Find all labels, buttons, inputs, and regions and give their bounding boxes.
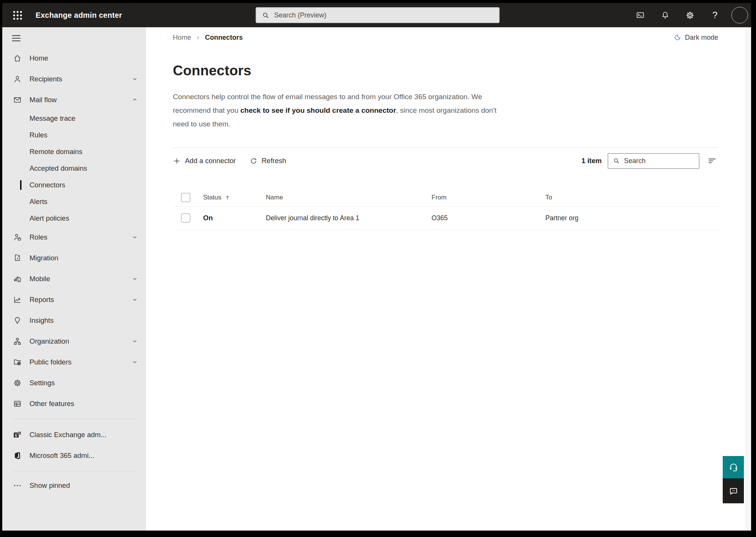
chevron-down-icon: [132, 234, 138, 240]
search-icon: [613, 157, 620, 165]
column-header-from[interactable]: From: [432, 194, 545, 201]
sidebar-item-insights[interactable]: Insights: [2, 310, 146, 331]
nav-collapse-button[interactable]: [12, 33, 23, 43]
connectors-table: Status Name From To On Deliver journal d…: [173, 189, 718, 230]
column-header-to[interactable]: To: [545, 194, 718, 201]
create-connector-check-link[interactable]: check to see if you should create a conn…: [240, 106, 396, 114]
chevron-down-icon: [132, 76, 138, 82]
public-folders-globe-icon: [13, 358, 22, 367]
search-icon: [262, 11, 270, 19]
mobile-chart-phone-icon: [13, 274, 22, 283]
sidebar-item-other-features[interactable]: Other features: [2, 393, 146, 414]
refresh-icon: [250, 157, 258, 165]
topbar: Exchange admin center ?: [2, 3, 751, 27]
sidebar-item-settings[interactable]: Settings: [2, 372, 146, 393]
home-icon: [13, 54, 22, 63]
sidebar-item-organization[interactable]: Organization: [2, 331, 146, 352]
global-search-input[interactable]: [274, 11, 494, 19]
sidebar-item-alert-policies[interactable]: Alert policies: [2, 210, 146, 227]
sidebar-nav: Home Recipients Mail flow Message trace …: [2, 27, 146, 531]
chevron-up-icon: [132, 97, 138, 103]
help-button[interactable]: ?: [706, 7, 723, 24]
sidebar-item-reports[interactable]: Reports: [2, 289, 146, 310]
global-search[interactable]: [256, 7, 500, 23]
notifications-bell-icon: [661, 11, 670, 20]
feedback-chat-icon: [728, 486, 739, 496]
other-features-table-icon: [13, 399, 22, 408]
select-all-checkbox[interactable]: [181, 193, 190, 202]
breadcrumb-home-link[interactable]: Home: [173, 34, 191, 42]
sidebar-item-classic-exchange-admin[interactable]: E Classic Exchange adm...: [2, 424, 146, 445]
sidebar-item-connectors[interactable]: Connectors: [2, 177, 146, 193]
sidebar-item-public-folders[interactable]: Public folders: [2, 352, 146, 372]
cloud-shell-button[interactable]: [632, 7, 649, 24]
row-checkbox[interactable]: [181, 213, 190, 223]
chevron-down-icon: [132, 338, 138, 344]
table-row[interactable]: On Deliver journal directly to Area 1 O3…: [173, 207, 718, 230]
row-status: On: [203, 214, 266, 222]
breadcrumb: Home Connectors: [173, 34, 243, 42]
sidebar-item-home[interactable]: Home: [2, 48, 146, 68]
plus-icon: [173, 157, 181, 165]
sidebar-divider: [13, 471, 137, 471]
cloud-shell-icon: [636, 11, 645, 20]
sidebar-item-mobile[interactable]: Mobile: [2, 268, 146, 289]
toolbar-divider: [173, 148, 718, 148]
support-button[interactable]: [723, 456, 744, 478]
sidebar-item-show-pinned[interactable]: Show pinned: [2, 476, 146, 495]
hamburger-menu-icon: [12, 35, 20, 36]
floating-action-buttons: [723, 456, 744, 503]
chevron-down-icon: [132, 359, 138, 365]
scrollbar[interactable]: [745, 27, 751, 531]
sidebar-item-accepted-domains[interactable]: Accepted domains: [2, 160, 146, 177]
sidebar-item-remote-domains[interactable]: Remote domains: [2, 143, 146, 160]
sidebar-item-alerts[interactable]: Alerts: [2, 193, 146, 210]
help-icon: ?: [713, 10, 717, 20]
settings-gear-icon: [685, 11, 695, 20]
app-launcher-icon: [13, 11, 22, 20]
chevron-down-icon: [132, 276, 138, 282]
sidebar-item-roles[interactable]: Roles: [2, 227, 146, 247]
ellipsis-icon: [13, 481, 22, 490]
refresh-button[interactable]: Refresh: [250, 157, 286, 165]
row-name: Deliver journal directly to Area 1: [266, 214, 432, 222]
account-avatar[interactable]: [731, 7, 748, 23]
list-toolbar: Add a connector Refresh 1 item: [173, 153, 718, 169]
sidebar-divider: [13, 419, 137, 419]
row-from: O365: [432, 214, 545, 222]
list-search-input[interactable]: [624, 157, 694, 165]
reports-line-chart-icon: [13, 295, 22, 304]
support-headset-icon: [728, 462, 739, 472]
add-connector-button[interactable]: Add a connector: [173, 157, 236, 165]
column-header-name[interactable]: Name: [266, 194, 432, 201]
feedback-button[interactable]: [723, 478, 744, 503]
page-description: Connectors help control the flow of emai…: [173, 90, 509, 131]
breadcrumb-chevron-icon: [196, 35, 200, 40]
app-window: Exchange admin center ?: [2, 3, 751, 531]
sidebar-item-message-trace[interactable]: Message trace: [2, 110, 146, 127]
moon-icon: [673, 34, 681, 42]
notifications-button[interactable]: [657, 7, 674, 24]
sidebar-item-mail-flow[interactable]: Mail flow: [2, 89, 146, 110]
classic-exchange-logo: E: [13, 430, 22, 439]
sidebar-item-microsoft-365-admin[interactable]: Microsoft 365 admi...: [2, 445, 146, 466]
sort-ascending-arrow-icon: [225, 195, 230, 201]
roles-person-briefcase-icon: [13, 233, 22, 242]
app-launcher-button[interactable]: [9, 7, 26, 23]
page-title: Connectors: [173, 63, 718, 79]
row-to: Partner org: [545, 214, 718, 222]
dark-mode-toggle[interactable]: Dark mode: [673, 34, 718, 42]
settings-button[interactable]: [681, 7, 699, 24]
chevron-down-icon: [132, 297, 138, 302]
sidebar-item-migration[interactable]: Migration: [2, 247, 146, 268]
item-count: 1 item: [582, 157, 602, 165]
breadcrumb-current: Connectors: [205, 34, 243, 42]
migration-document-icon: [13, 254, 22, 263]
mail-icon: [13, 95, 22, 104]
list-search[interactable]: [608, 153, 699, 169]
sidebar-item-recipients[interactable]: Recipients: [2, 68, 146, 89]
column-header-status[interactable]: Status: [203, 194, 266, 201]
filter-button[interactable]: [706, 155, 718, 167]
sidebar-item-rules[interactable]: Rules: [2, 127, 146, 143]
organization-chart-icon: [13, 337, 22, 346]
